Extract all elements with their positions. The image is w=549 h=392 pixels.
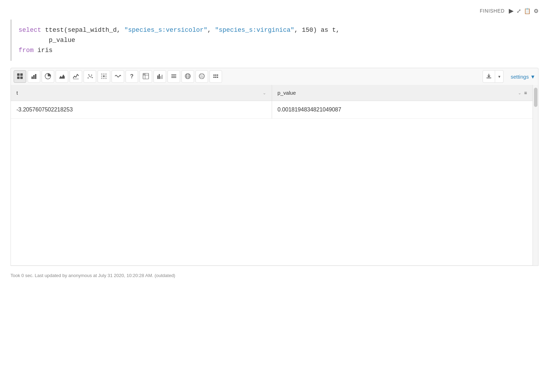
dots-icon xyxy=(213,73,219,80)
viz-toolbar: ? xyxy=(10,68,539,85)
keyword-as: as xyxy=(321,27,328,34)
svg-marker-10 xyxy=(59,74,65,79)
run-icon[interactable]: ▶ xyxy=(509,7,514,15)
line-chart-icon xyxy=(73,73,79,80)
function-name: ttest( xyxy=(45,27,68,34)
string-versicolor: "species_s:versicolor" xyxy=(124,27,207,34)
svg-point-12 xyxy=(89,75,90,77)
vertical-scrollbar[interactable] xyxy=(533,85,538,266)
toolbar-btn-dots[interactable] xyxy=(209,70,222,83)
toolbar-btn-map2[interactable] xyxy=(195,70,208,83)
column-header-t[interactable]: t ⌄ xyxy=(11,85,272,101)
scrollbar-thumb xyxy=(534,88,537,107)
table-header-row: t ⌄ p_value ⌄ ≡ xyxy=(11,85,533,101)
cell-t-value: -3.2057607502218253 xyxy=(11,101,272,119)
status-label: FINISHED xyxy=(480,8,505,14)
code-line-2: p_value xyxy=(19,35,532,45)
column-header-p-value[interactable]: p_value ⌄ ≡ xyxy=(272,85,533,101)
expand-icon[interactable]: ⤢ xyxy=(516,8,521,14)
toolbar-btn-table[interactable] xyxy=(14,70,26,83)
svg-rect-24 xyxy=(103,78,105,79)
table-inner: t ⌄ p_value ⌄ ≡ xyxy=(11,85,533,266)
table-view-icon xyxy=(17,73,23,80)
toolbar-btn-help[interactable]: ? xyxy=(126,70,138,83)
download-dropdown-button[interactable]: ▼ xyxy=(495,70,504,83)
svg-point-15 xyxy=(91,74,92,75)
keyword-select: select xyxy=(19,27,41,34)
toolbar-btn-bar2[interactable] xyxy=(154,70,166,83)
globe1-icon xyxy=(185,73,191,80)
col-pvalue-label: p_value xyxy=(278,90,296,96)
download-button[interactable] xyxy=(483,70,495,83)
toolbar-btn-wave[interactable] xyxy=(112,70,124,83)
table-wrapper: t ⌄ p_value ⌄ ≡ xyxy=(10,85,539,266)
toolbar-btn-pivot[interactable] xyxy=(140,70,152,83)
svg-point-48 xyxy=(217,77,218,78)
svg-rect-22 xyxy=(105,75,107,77)
keyword-from: from xyxy=(19,47,34,54)
svg-rect-23 xyxy=(101,78,102,79)
empty-row xyxy=(11,119,533,266)
svg-rect-4 xyxy=(31,77,33,79)
string-virginica: "species_s:virginica" xyxy=(215,27,294,34)
toolbar-btn-bar[interactable] xyxy=(28,70,40,83)
svg-point-11 xyxy=(88,77,89,78)
svg-rect-30 xyxy=(157,75,158,79)
svg-rect-21 xyxy=(103,75,105,77)
toolbar-btn-line[interactable] xyxy=(70,70,82,83)
svg-point-45 xyxy=(217,74,218,76)
svg-rect-29 xyxy=(143,74,145,75)
svg-rect-19 xyxy=(105,73,107,75)
number-150: 150 xyxy=(302,27,313,34)
code-block: select ttest(sepal_width_d, "species_s:v… xyxy=(10,20,539,61)
svg-rect-17 xyxy=(101,73,102,75)
toolbar-btn-map1[interactable] xyxy=(181,70,194,83)
settings-label: settings xyxy=(511,74,529,80)
svg-rect-3 xyxy=(20,77,23,79)
svg-point-47 xyxy=(215,77,216,78)
alias-p-value: p_value xyxy=(49,37,75,44)
svg-rect-18 xyxy=(103,73,105,75)
settings-chevron-icon: ▼ xyxy=(530,74,535,80)
settings-button[interactable]: settings ▼ xyxy=(511,74,535,80)
settings-gear-icon[interactable]: ⚙ xyxy=(534,8,539,14)
col-t-label: t xyxy=(16,90,18,96)
svg-rect-2 xyxy=(17,77,20,79)
svg-rect-0 xyxy=(17,73,20,76)
col-t-sort-icon[interactable]: ⌄ xyxy=(263,90,266,95)
download-group: ▼ xyxy=(483,70,504,83)
svg-rect-20 xyxy=(101,75,102,77)
footer-text: Took 0 sec. Last updated by anonymous at… xyxy=(10,273,175,278)
footer: Took 0 sec. Last updated by anonymous at… xyxy=(10,273,539,278)
code-line-3: from iris xyxy=(19,45,532,56)
status-icons: ▶ ⤢ 📋 ⚙ xyxy=(509,7,539,15)
svg-rect-33 xyxy=(162,75,163,79)
toolbar-btn-scatter[interactable] xyxy=(84,70,96,83)
toolbar-btn-pie[interactable] xyxy=(42,70,54,83)
svg-rect-31 xyxy=(159,74,160,79)
svg-point-46 xyxy=(213,77,215,78)
code-line-1: select ttest(sepal_width_d, "species_s:v… xyxy=(19,25,532,35)
download-icon xyxy=(486,73,492,80)
toolbar-btn-area[interactable] xyxy=(56,70,68,83)
svg-rect-32 xyxy=(160,76,161,79)
area-chart-icon xyxy=(59,73,65,80)
grouped-bar-icon xyxy=(157,73,163,80)
svg-point-13 xyxy=(91,76,92,77)
pie-chart-icon xyxy=(45,73,51,80)
grid-icon xyxy=(101,73,107,80)
wave-icon xyxy=(115,73,121,80)
alias-t: t, xyxy=(332,27,340,34)
bar-chart-icon xyxy=(31,73,37,80)
toolbar-btn-list[interactable] xyxy=(167,70,180,83)
cell-p-value: 0.0018194834821049087 xyxy=(272,101,533,119)
col-pvalue-sort-icon[interactable]: ⌄ xyxy=(518,90,521,95)
scatter-chart-icon xyxy=(87,73,93,80)
doc-icon[interactable]: 📋 xyxy=(524,8,531,14)
svg-point-44 xyxy=(215,74,216,76)
toolbar-btn-grid[interactable] xyxy=(98,70,110,83)
svg-rect-1 xyxy=(20,73,23,76)
col-menu-icon[interactable]: ≡ xyxy=(524,90,527,96)
svg-rect-6 xyxy=(35,74,36,79)
globe2-icon xyxy=(199,73,205,80)
